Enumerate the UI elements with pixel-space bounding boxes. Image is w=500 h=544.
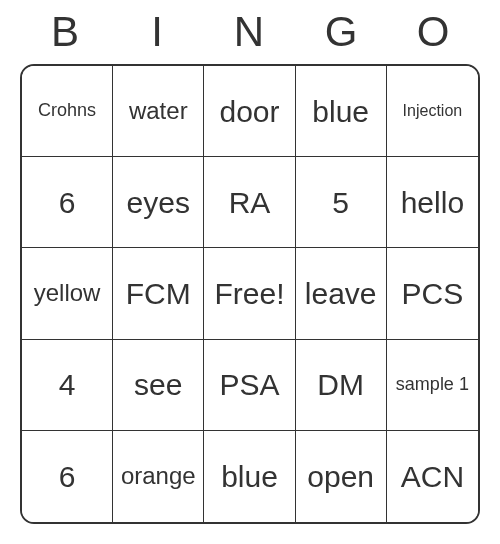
bingo-cell[interactable]: open [296,431,387,522]
bingo-cell[interactable]: 5 [296,157,387,248]
header-letter-o: O [388,8,480,56]
bingo-cell[interactable]: 6 [22,431,113,522]
bingo-cell[interactable]: blue [296,66,387,157]
bingo-header: B I N G O [20,8,480,56]
bingo-cell[interactable]: 4 [22,340,113,431]
bingo-cell[interactable]: door [204,66,295,157]
bingo-cell[interactable]: PSA [204,340,295,431]
bingo-cell[interactable]: sample 1 [387,340,478,431]
bingo-cell[interactable]: DM [296,340,387,431]
bingo-cell[interactable]: eyes [113,157,204,248]
bingo-cell[interactable]: see [113,340,204,431]
bingo-cell[interactable]: ACN [387,431,478,522]
header-letter-i: I [112,8,204,56]
bingo-cell[interactable]: yellow [22,248,113,339]
bingo-cell[interactable]: orange [113,431,204,522]
bingo-cell[interactable]: FCM [113,248,204,339]
header-letter-b: B [20,8,112,56]
bingo-cell[interactable]: PCS [387,248,478,339]
header-letter-n: N [204,8,296,56]
bingo-grid: Crohns water door blue Injection 6 eyes … [20,64,480,524]
bingo-cell[interactable]: RA [204,157,295,248]
bingo-cell[interactable]: leave [296,248,387,339]
bingo-cell-free[interactable]: Free! [204,248,295,339]
bingo-cell[interactable]: Crohns [22,66,113,157]
bingo-cell[interactable]: hello [387,157,478,248]
bingo-cell[interactable]: water [113,66,204,157]
bingo-cell[interactable]: 6 [22,157,113,248]
header-letter-g: G [296,8,388,56]
bingo-cell[interactable]: blue [204,431,295,522]
bingo-cell[interactable]: Injection [387,66,478,157]
